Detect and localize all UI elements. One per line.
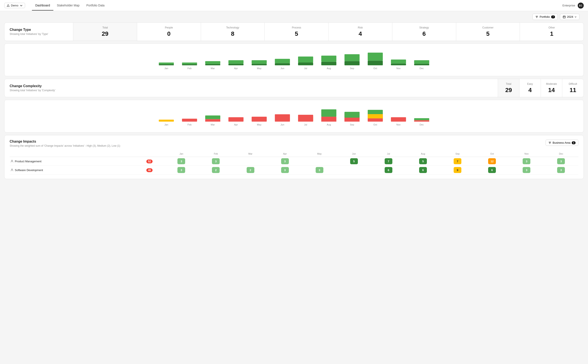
svg-rect-53 bbox=[321, 109, 336, 117]
col-header-sep: Sep bbox=[440, 151, 475, 157]
impact-badge: 3 bbox=[281, 167, 289, 173]
person-icon bbox=[11, 160, 13, 163]
impacts-table: Jan Feb Mar Apr May Jun Jul Aug Sep Oct … bbox=[10, 151, 578, 175]
svg-text:Nov: Nov bbox=[396, 123, 401, 126]
col-header-nov: Nov bbox=[509, 151, 544, 157]
complexity-stat-moderate: Moderate14 bbox=[541, 79, 562, 97]
col-header-jul: Jul bbox=[371, 151, 406, 157]
svg-rect-5 bbox=[182, 64, 197, 65]
svg-rect-4 bbox=[182, 63, 197, 64]
svg-rect-51 bbox=[298, 115, 313, 122]
svg-rect-37 bbox=[159, 120, 174, 122]
impact-badge: 3 bbox=[557, 167, 565, 173]
svg-rect-0 bbox=[563, 16, 566, 18]
impact-badge: 9 bbox=[454, 167, 461, 173]
change-type-info: Change Type Showing total 'Initiatives' … bbox=[5, 23, 73, 41]
tab-stakeholder-map[interactable]: Stakeholder Map bbox=[53, 1, 83, 11]
row-name-label: Software Development bbox=[15, 169, 43, 172]
impact-cell-jan: 3 bbox=[164, 157, 199, 166]
toolbar: Portfolio 7 2024 bbox=[4, 11, 584, 22]
svg-rect-44 bbox=[228, 117, 244, 122]
svg-text:Apr: Apr bbox=[234, 67, 238, 70]
impact-cell-aug: 5 bbox=[406, 157, 440, 166]
impact-badge: 12 bbox=[488, 158, 496, 164]
impact-cell-nov: 3 bbox=[509, 157, 544, 166]
impact-cell-jul: 7 bbox=[371, 157, 406, 166]
impact-badge: 6 bbox=[385, 167, 392, 173]
svg-rect-13 bbox=[251, 60, 267, 64]
impact-badge: 5 bbox=[419, 158, 427, 164]
change-type-title: Change Type bbox=[10, 28, 68, 32]
complexity-stats: Total29Easy4Moderate14Difficult11 bbox=[498, 79, 583, 97]
svg-point-71 bbox=[11, 169, 13, 170]
svg-text:Apr: Apr bbox=[234, 123, 238, 126]
col-header-mar: Mar bbox=[233, 151, 268, 157]
business-area-filter-button[interactable]: Business Area 6 bbox=[546, 140, 578, 146]
filter-icon bbox=[535, 15, 538, 18]
portfolio-filter-button[interactable]: Portfolio 7 bbox=[533, 14, 558, 20]
change-type-card: Change Type Showing total 'Initiatives' … bbox=[4, 22, 584, 41]
change-type-chart-card: JanFebMarAprMayJunJulAugSepOctNovDec bbox=[4, 44, 584, 76]
svg-text:Sep: Sep bbox=[350, 123, 354, 126]
svg-rect-41 bbox=[205, 115, 220, 119]
svg-text:Aug: Aug bbox=[327, 67, 331, 70]
svg-rect-1 bbox=[159, 63, 174, 64]
impact-badge: 7 bbox=[385, 158, 392, 164]
impact-badge: 3 bbox=[281, 158, 289, 164]
change-type-stat-strategy: Strategy6 bbox=[392, 23, 456, 41]
impact-cell-mar: 2 bbox=[233, 166, 268, 175]
tab-dashboard[interactable]: Dashboard bbox=[32, 1, 53, 11]
filter-icon-2 bbox=[548, 141, 551, 144]
impact-cell-dec: 3 bbox=[544, 166, 578, 175]
svg-text:Jul: Jul bbox=[304, 67, 307, 70]
row-name-label: Product Management bbox=[15, 160, 41, 163]
demo-selector[interactable]: Demo bbox=[4, 3, 25, 8]
impact-badge: 3 bbox=[523, 158, 530, 164]
svg-rect-63 bbox=[368, 110, 383, 114]
impact-cell-jun: 5 bbox=[337, 157, 371, 166]
svg-text:May: May bbox=[257, 123, 261, 126]
col-header-oct: Oct bbox=[475, 151, 509, 157]
svg-rect-39 bbox=[182, 119, 197, 122]
calendar-icon bbox=[563, 15, 566, 18]
tab-portfolio-data[interactable]: Portfolio Data bbox=[83, 1, 108, 11]
impact-cell-sep: 7 bbox=[440, 157, 475, 166]
svg-text:Dec: Dec bbox=[420, 123, 424, 126]
svg-rect-54 bbox=[321, 117, 336, 122]
svg-rect-28 bbox=[368, 53, 383, 61]
svg-text:Mar: Mar bbox=[211, 67, 215, 70]
impact-badge: 3 bbox=[212, 158, 220, 164]
impact-cell-jan: 3 bbox=[164, 166, 199, 175]
svg-rect-17 bbox=[275, 63, 290, 65]
nav-tabs: Dashboard Stakeholder Map Portfolio Data bbox=[32, 1, 108, 11]
svg-rect-34 bbox=[414, 60, 429, 64]
complexity-stat-easy: Easy4 bbox=[519, 79, 541, 97]
svg-point-70 bbox=[11, 160, 13, 161]
impact-badge: 2 bbox=[212, 167, 220, 173]
change-type-subtitle: Showing total 'Initiatives' by 'Type' bbox=[10, 32, 68, 36]
impact-badge: 3 bbox=[557, 158, 565, 164]
svg-rect-23 bbox=[321, 62, 336, 65]
change-type-stat-technology: Technology8 bbox=[201, 23, 265, 41]
svg-text:Oct: Oct bbox=[374, 67, 377, 70]
impact-badge: 7 bbox=[454, 158, 461, 164]
svg-rect-19 bbox=[298, 57, 313, 63]
svg-text:Mar: Mar bbox=[211, 123, 215, 126]
row-total-cell: 46 bbox=[135, 166, 164, 175]
svg-rect-22 bbox=[321, 56, 336, 62]
year-filter-button[interactable]: 2024 bbox=[560, 14, 579, 20]
impact-cell-oct: 12 bbox=[475, 157, 509, 166]
portfolio-label: Portfolio bbox=[540, 15, 550, 18]
svg-text:Dec: Dec bbox=[420, 67, 424, 70]
impact-cell-sep: 9 bbox=[440, 166, 475, 175]
svg-rect-32 bbox=[391, 63, 406, 65]
svg-rect-46 bbox=[251, 117, 267, 122]
svg-rect-48 bbox=[275, 114, 290, 122]
svg-rect-26 bbox=[344, 61, 360, 65]
impact-badge: 3 bbox=[178, 167, 185, 173]
svg-rect-25 bbox=[344, 54, 360, 61]
impact-badge: 6 bbox=[419, 167, 427, 173]
complexity-card: Change Complexity Showing total 'Initiat… bbox=[4, 79, 584, 97]
svg-rect-14 bbox=[251, 64, 267, 65]
complexity-subtitle: Showing total 'Initiatives' by 'Complexi… bbox=[10, 89, 493, 92]
